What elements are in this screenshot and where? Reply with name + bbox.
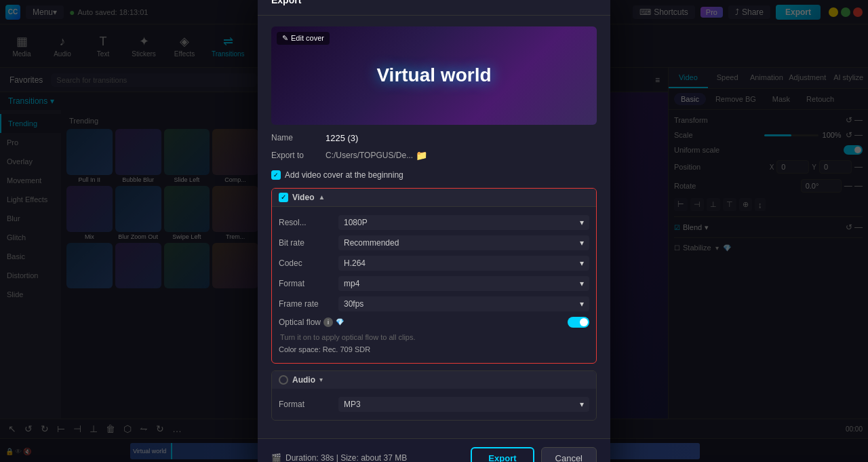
- info-icon: i: [323, 317, 333, 327]
- resolution-select[interactable]: 1080P ▾: [338, 215, 589, 230]
- bitrate-label: Bit rate: [279, 238, 333, 248]
- preview-text: Virtual world: [376, 64, 491, 86]
- audio-section: Audio ▾ Format MP3 ▾: [271, 370, 597, 421]
- optical-header: Optical flow i 💎: [279, 317, 589, 328]
- audio-format-select[interactable]: MP3 ▾: [338, 397, 589, 412]
- format-label: Format: [279, 279, 333, 288]
- name-row: Name: [271, 133, 597, 143]
- add-cover-label: Add video cover at the beginning: [285, 170, 403, 180]
- optical-flow-desc: Turn it on to apply optical flow to all …: [279, 333, 416, 341]
- duration-info: 🎬 Duration: 38s | Size: about 37 MB: [271, 453, 407, 462]
- format-chevron-icon: ▾: [580, 279, 584, 288]
- color-space: Color space: Rec. 709 SDR: [272, 344, 596, 358]
- audio-chevron-down-icon: ▾: [580, 400, 584, 409]
- video-section-header: ✓ Video ▲: [272, 189, 596, 207]
- framerate-row: Frame rate 30fps ▾: [272, 294, 596, 314]
- framerate-chevron-icon: ▾: [580, 299, 584, 309]
- optical-flow-label: Optical flow i 💎: [279, 317, 344, 327]
- resolution-label: Resol...: [279, 218, 333, 227]
- footer-buttons: Export Cancel: [471, 447, 597, 463]
- codec-select[interactable]: H.264 ▾: [338, 256, 589, 271]
- optical-flow-row: Optical flow i 💎 Turn it on to apply opt…: [272, 314, 596, 344]
- video-checkbox[interactable]: ✓: [279, 193, 288, 202]
- optical-pro-icon: 💎: [336, 318, 344, 326]
- bitrate-chevron-icon: ▾: [580, 238, 584, 248]
- export-preview: ✎ Edit cover Virtual world: [271, 26, 597, 125]
- export-to-label: Export to: [271, 151, 326, 160]
- format-select[interactable]: mp4 ▾: [338, 276, 589, 291]
- edit-cover-button[interactable]: ✎ Edit cover: [277, 32, 330, 45]
- optical-flow-toggle[interactable]: [568, 317, 589, 328]
- resolution-row: Resol... 1080P ▾: [272, 212, 596, 233]
- modal-footer: 🎬 Duration: 38s | Size: about 37 MB Expo…: [258, 438, 610, 463]
- format-row: Format mp4 ▾: [272, 273, 596, 294]
- codec-row: Codec H.264 ▾: [272, 253, 596, 273]
- modal-body: ✎ Edit cover Virtual world Name Export t…: [258, 16, 610, 438]
- video-chevron-icon[interactable]: ▲: [318, 193, 325, 201]
- chevron-down-icon: ▾: [580, 218, 584, 227]
- film-icon: 🎬: [271, 453, 281, 462]
- add-cover-row: ✓ Add video cover at the beginning: [271, 168, 597, 182]
- edit-icon: ✎: [282, 34, 288, 43]
- audio-format-label: Format: [279, 400, 333, 409]
- modal-overlay: Export ✎ Edit cover Virtual world Name E…: [0, 0, 868, 462]
- framerate-select[interactable]: 30fps ▾: [338, 296, 589, 311]
- audio-format-row: Format MP3 ▾: [272, 394, 596, 415]
- modal-header: Export: [258, 0, 610, 16]
- audio-section-title: Audio: [292, 375, 315, 385]
- export-to-row: Export to C:/Users/TOPGUS/De... 📁: [271, 150, 597, 161]
- video-settings: Resol... 1080P ▾ Bit rate Recommended ▾: [272, 207, 596, 363]
- bitrate-row: Bit rate Recommended ▾: [272, 233, 596, 253]
- codec-label: Codec: [279, 258, 333, 268]
- codec-chevron-icon: ▾: [580, 258, 584, 268]
- name-label: Name: [271, 133, 326, 142]
- add-cover-checkbox[interactable]: ✓: [271, 170, 281, 180]
- export-modal: Export ✎ Edit cover Virtual world Name E…: [258, 0, 610, 462]
- video-section-title: Video: [292, 193, 314, 202]
- audio-section-header: Audio ▾: [272, 371, 596, 389]
- video-section: ✓ Video ▲ Resol... 1080P ▾ Bit rate: [271, 188, 597, 364]
- audio-chevron-icon[interactable]: ▾: [319, 376, 323, 383]
- name-input[interactable]: [326, 133, 597, 143]
- audio-settings: Format MP3 ▾: [272, 389, 596, 420]
- export-modal-button[interactable]: Export: [471, 447, 534, 463]
- audio-radio[interactable]: [279, 375, 288, 385]
- bitrate-select[interactable]: Recommended ▾: [338, 235, 589, 250]
- export-path: C:/Users/TOPGUS/De... 📁: [326, 150, 597, 161]
- folder-icon[interactable]: 📁: [416, 150, 427, 161]
- cancel-button[interactable]: Cancel: [541, 447, 597, 463]
- framerate-label: Frame rate: [279, 299, 333, 309]
